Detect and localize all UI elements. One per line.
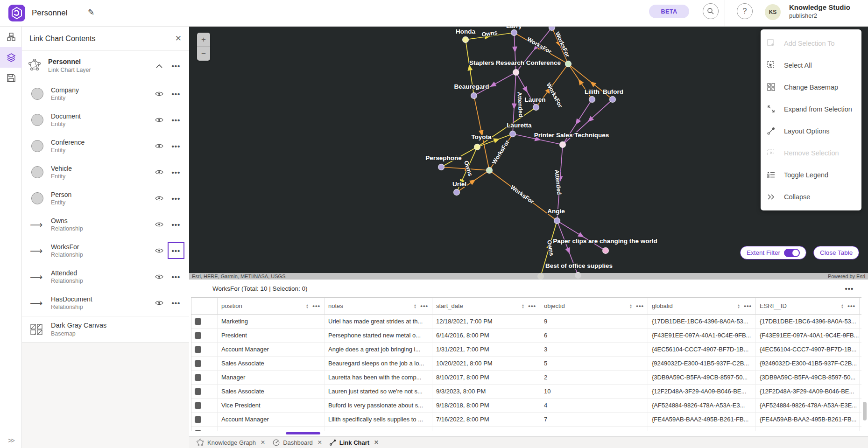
row-checkbox[interactable] xyxy=(195,360,201,367)
tab-close-icon[interactable]: ✕ xyxy=(318,439,322,446)
layer-visibility-button[interactable] xyxy=(151,164,168,181)
layer-visibility-button[interactable] xyxy=(151,112,168,128)
column-header-objectid[interactable]: objectid▲▼••• xyxy=(540,298,648,314)
layer-row-document[interactable]: Document Entity ••• xyxy=(22,107,189,133)
row-checkbox[interactable] xyxy=(195,388,201,395)
graph-node-staplers[interactable] xyxy=(513,70,519,76)
column-options-icon[interactable]: ••• xyxy=(636,302,644,309)
layer-group-personnel[interactable]: Personnel Link Chart Layer ••• xyxy=(22,51,189,81)
tab-close-icon[interactable]: ✕ xyxy=(374,439,379,446)
row-checkbox[interactable] xyxy=(195,318,201,325)
user-role[interactable]: publisher2 xyxy=(789,12,850,20)
basemap-item[interactable]: Dark Gray Canvas Basemap xyxy=(22,316,189,343)
graph-node-company1[interactable] xyxy=(565,61,572,67)
tab-dashboard[interactable]: Dashboard ✕ xyxy=(273,439,322,446)
column-header-start_date[interactable]: start_date▲▼••• xyxy=(432,298,540,314)
column-header-notes[interactable]: notes▲▼••• xyxy=(325,298,432,314)
extent-filter-toggle[interactable]: Extent Filter xyxy=(740,246,806,259)
layer-visibility-button[interactable] xyxy=(151,138,168,154)
layer-row-company[interactable]: Company Entity ••• xyxy=(22,81,189,107)
collapse-group-button[interactable] xyxy=(151,57,168,74)
layer-options-button[interactable]: ••• xyxy=(168,268,184,285)
table-row[interactable]: MarketingUriel has made great strides at… xyxy=(191,315,861,329)
row-checkbox[interactable] xyxy=(195,402,201,409)
table-options-button[interactable]: ••• xyxy=(841,280,858,297)
column-options-icon[interactable]: ••• xyxy=(744,302,752,309)
layer-row-owns[interactable]: ⟶ Owns Relationship ••• xyxy=(22,211,189,238)
close-table-button[interactable]: Close Table xyxy=(813,246,859,259)
toggle-switch[interactable] xyxy=(784,249,800,257)
layer-visibility-button[interactable] xyxy=(151,294,168,311)
column-header-globalid[interactable]: globalid▲▼••• xyxy=(648,298,756,314)
sort-icon[interactable]: ▲▼ xyxy=(521,304,524,308)
column-header-position[interactable]: position▲▼••• xyxy=(218,298,325,314)
column-header-ESRI__ID[interactable]: ESRI__ID▲▼••• xyxy=(756,298,860,314)
column-options-icon[interactable]: ••• xyxy=(847,302,855,309)
sidebar-item-layers[interactable] xyxy=(0,47,22,68)
graph-node-company2[interactable] xyxy=(487,168,493,174)
sort-icon[interactable]: ▲▼ xyxy=(629,304,632,308)
tab-close-icon[interactable]: ✕ xyxy=(261,439,265,446)
layer-row-worksfor[interactable]: ⟶ WorksFor Relationship ••• xyxy=(22,238,189,264)
menu-item-expand-from-selection[interactable]: Expand from Selection xyxy=(761,98,861,120)
sort-icon[interactable]: ▲▼ xyxy=(840,304,844,308)
help-button[interactable]: ? xyxy=(737,3,753,19)
menu-item-toggle-legend[interactable]: Toggle Legend xyxy=(761,164,861,186)
row-checkbox[interactable] xyxy=(195,430,201,431)
layer-options-button[interactable]: ••• xyxy=(168,242,184,259)
layer-row-vehicle[interactable]: Vehicle Entity ••• xyxy=(22,159,189,185)
layer-options-button[interactable]: ••• xyxy=(168,112,184,128)
graph-node-beauregard[interactable] xyxy=(471,93,477,99)
layer-group-options-button[interactable]: ••• xyxy=(168,57,184,74)
expand-rail-button[interactable]: >> xyxy=(0,437,22,444)
layer-visibility-button[interactable] xyxy=(151,216,168,233)
layer-visibility-button[interactable] xyxy=(151,85,168,102)
layer-visibility-button[interactable] xyxy=(151,190,168,207)
menu-item-change-basemap[interactable]: Change Basemap xyxy=(761,76,861,98)
layer-row-hasdocument[interactable]: ⟶ HasDocument Relationship ••• xyxy=(22,290,189,316)
edit-title-icon[interactable]: ✎ xyxy=(88,7,94,17)
menu-item-select-all[interactable]: Select All xyxy=(761,54,861,76)
layer-options-button[interactable]: ••• xyxy=(168,138,184,154)
table-row[interactable]: Sales AssociateLarry is staying busy gro… xyxy=(191,427,861,431)
graph-node-lauren[interactable] xyxy=(533,105,539,111)
graph-node-printer[interactable] xyxy=(560,142,566,148)
sort-icon[interactable]: ▲▼ xyxy=(305,304,309,308)
menu-item-layout-options[interactable]: Layout Options xyxy=(761,120,861,142)
layer-row-conference[interactable]: Conference Entity ••• xyxy=(22,133,189,159)
graph-node-larry[interactable] xyxy=(511,30,517,36)
close-panel-icon[interactable]: ✕ xyxy=(175,34,182,43)
zoom-out-button[interactable]: − xyxy=(197,47,210,61)
layer-row-person[interactable]: Person Entity ••• xyxy=(22,185,189,211)
graph-node-angie[interactable] xyxy=(554,218,560,224)
sidebar-item-save[interactable] xyxy=(0,68,22,88)
horizontal-scrollbar-thumb[interactable] xyxy=(286,432,320,434)
graph-node-honda[interactable] xyxy=(463,37,469,43)
sort-icon[interactable]: ▲▼ xyxy=(737,304,740,308)
sidebar-item-link-chart-tools[interactable] xyxy=(0,27,22,47)
layer-row-attended[interactable]: ⟶ Attended Relationship ••• xyxy=(22,264,189,290)
column-options-icon[interactable]: ••• xyxy=(312,302,320,309)
vertical-scrollbar-thumb[interactable] xyxy=(863,402,867,420)
avatar[interactable]: KS xyxy=(765,4,781,20)
sort-icon[interactable]: ▲▼ xyxy=(413,304,416,308)
row-checkbox[interactable] xyxy=(195,416,201,423)
search-button[interactable] xyxy=(703,3,719,19)
tab-knowledge-graph[interactable]: Knowledge Graph ✕ xyxy=(197,439,265,446)
table-row[interactable]: Account ManagerLilith specifically sells… xyxy=(191,413,861,427)
table-row[interactable]: ManagerLauretta has been with the comp..… xyxy=(191,371,861,385)
layer-options-button[interactable]: ••• xyxy=(168,294,184,311)
graph-node-uriel[interactable] xyxy=(454,189,460,196)
column-options-icon[interactable]: ••• xyxy=(420,302,428,309)
row-checkbox[interactable] xyxy=(195,332,201,339)
layer-options-button[interactable]: ••• xyxy=(168,85,184,102)
graph-node-lilith[interactable] xyxy=(589,97,595,103)
table-row[interactable]: Vice PresidentBuford is very passionate … xyxy=(191,399,861,413)
row-checkbox[interactable] xyxy=(195,374,201,381)
layer-visibility-button[interactable] xyxy=(151,242,168,259)
table-row[interactable]: Sales AssociateLauren just started so we… xyxy=(191,385,861,399)
graph-node-emp1[interactable] xyxy=(549,27,555,31)
row-checkbox[interactable] xyxy=(195,346,201,353)
menu-item-collapse[interactable]: Collapse xyxy=(761,186,861,208)
layer-visibility-button[interactable] xyxy=(151,268,168,285)
